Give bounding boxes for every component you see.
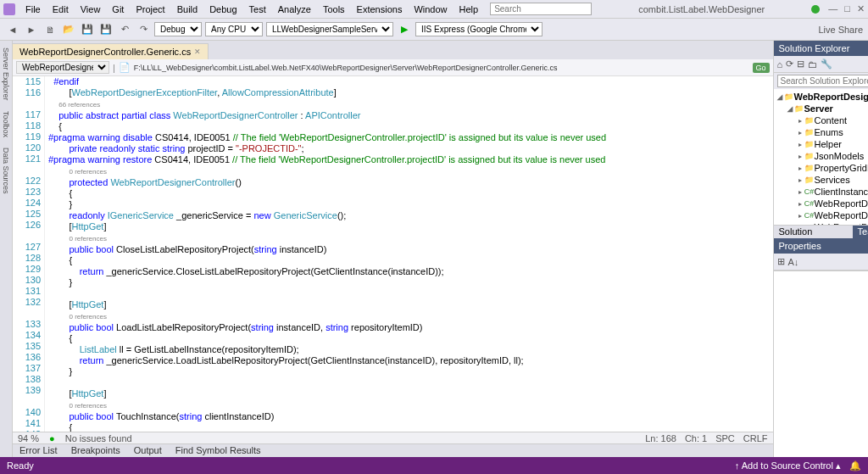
window-title: combit.ListLabel.WebDesigner [592,4,811,14]
tab-close-icon[interactable]: ✕ [194,47,201,56]
code-content[interactable]: #endif [WebReportDesignerExceptionFilter… [45,76,773,432]
save-all-icon[interactable]: 💾 [98,22,114,37]
issues-label: No issues found [65,433,132,443]
open-icon[interactable]: 📂 [61,22,76,37]
properties-grid[interactable] [774,270,868,457]
menubar: FileEditViewGitProjectBuildDebugTestAnal… [20,3,483,16]
run-target-dropdown[interactable]: IIS Express (Google Chrome) [415,22,542,36]
solution-search-input[interactable] [777,75,868,87]
solution-search [774,73,868,89]
tree-item[interactable]: ▸📁Services [774,174,868,186]
breadcrumb: WebReportDesignerController.G | 📄 F:\LL\… [13,59,773,76]
solution-tree[interactable]: ◢📁WebReportDesigner◢📁Server▸📁Content▸📁En… [774,89,868,225]
search-input[interactable] [490,3,592,15]
home-icon[interactable]: ⌂ [777,59,783,70]
path-icon: 📄 [119,62,131,73]
properties-icon[interactable]: 🔧 [821,59,832,70]
char-indicator: Ch: 1 [685,433,707,443]
vs-logo-icon [3,3,15,15]
startup-dropdown[interactable]: LLWebDesignerSampleServer [266,22,393,36]
line-gutter: 1151161171181191201211221231241251261271… [13,76,45,432]
menu-extensions[interactable]: Extensions [352,3,408,16]
menu-test[interactable]: Test [244,3,271,16]
show-all-icon[interactable]: 🗀 [808,59,817,70]
left-tool-tabs: Server ExplorerToolboxData Sources [0,41,13,457]
explorer-tab[interactable]: Solution Explorer [774,226,853,238]
nav-fwd-icon[interactable]: ► [24,22,39,37]
menu-analyze[interactable]: Analyze [273,3,316,16]
left-tab[interactable]: Toolbox [0,108,12,141]
output-tabs: Error ListBreakpointsOutputFind Symbol R… [13,443,773,457]
run-icon[interactable]: ▶ [397,22,412,37]
tree-item[interactable]: ▸C#WebReportDesignerClientManager.cs [774,198,868,209]
menu-view[interactable]: View [75,3,106,16]
go-button[interactable]: Go [753,63,770,73]
left-tab[interactable]: Server Explorer [0,44,12,104]
document-tabs: WebReportDesignerController.Generic.cs ✕ [13,41,773,59]
main-toolbar: ◄ ► 🗎 📂 💾 💾 ↶ ↷ Debug Any CPU LLWebDesig… [0,19,868,41]
solution-toolbar: ⌂ ⟳ ⊟ 🗀 🔧 [774,56,868,73]
file-path: F:\LL\LL_WebDesigner\combit.ListLabel.We… [134,64,749,72]
tree-item[interactable]: ◢📁WebReportDesigner [774,91,868,103]
undo-icon[interactable]: ↶ [117,22,132,37]
tree-item[interactable]: ▸📁Content [774,114,868,126]
add-source-control[interactable]: ↑ Add to Source Control ▴ [735,460,841,471]
output-tab[interactable]: Breakpoints [64,444,127,457]
right-panel: Solution Explorer 📌✕ ⌂ ⟳ ⊟ 🗀 🔧 ◢📁WebRepo… [773,41,868,457]
menu-window[interactable]: Window [409,3,452,16]
refresh-icon[interactable]: ⟳ [786,59,793,70]
config-dropdown[interactable]: Debug [154,22,202,36]
output-tab[interactable]: Find Symbol Results [169,444,268,457]
menu-help[interactable]: Help [454,3,484,16]
left-tab[interactable]: Data Sources [0,144,12,198]
tree-item[interactable]: ▸📁PropertyGridDefinitionGenerators [774,162,868,174]
notifications-icon[interactable]: 🔔 [849,460,861,471]
tree-item[interactable]: ▸C#ClientInstanceFileRepository.cs [774,186,868,198]
solution-explorer-header: Solution Explorer 📌✕ [774,41,868,56]
editor-area: WebReportDesignerController.Generic.cs ✕… [13,41,773,457]
document-tab[interactable]: WebReportDesignerController.Generic.cs ✕ [13,43,209,59]
nav-back-icon[interactable]: ◄ [5,22,20,37]
maximize-icon[interactable]: □ [844,3,850,14]
indent-indicator: SPC [715,433,735,443]
menu-project[interactable]: Project [131,3,170,16]
live-share-label[interactable]: Live Share [818,25,863,35]
menu-edit[interactable]: Edit [47,3,74,16]
redo-icon[interactable]: ↷ [136,22,151,37]
tree-item[interactable]: ▸📁JsonModels [774,150,868,162]
line-indicator: Ln: 168 [645,433,676,443]
editor-statusbar: 94 % ● No issues found Ln: 168 Ch: 1 SPC… [13,432,773,443]
menu-debug[interactable]: Debug [204,3,242,16]
window-controls: — □ ✕ [828,3,865,14]
panel-title: Properties [779,241,821,251]
properties-toolbar: ⊞ A↓ [774,254,868,270]
categorize-icon[interactable]: ⊞ [777,256,785,267]
alpha-icon[interactable]: A↓ [788,257,799,267]
type-dropdown[interactable]: WebReportDesignerController.G [16,61,109,74]
titlebar: FileEditViewGitProjectBuildDebugTestAnal… [0,0,868,19]
scroll-percent: 94 % [18,433,39,443]
statusbar: Ready ↑ Add to Source Control ▴ 🔔 [0,457,868,474]
tree-item[interactable]: ▸📁Enums [774,126,868,138]
menu-build[interactable]: Build [172,3,203,16]
code-editor[interactable]: 1151161171181191201211221231241251261271… [13,76,773,432]
properties-header: Properties 📌✕ [774,238,868,254]
menu-git[interactable]: Git [107,3,129,16]
close-icon[interactable]: ✕ [857,3,865,14]
tree-item[interactable]: ▸📁Helper [774,138,868,150]
panel-title: Solution Explorer [779,43,850,53]
save-icon[interactable]: 💾 [80,22,95,37]
menu-tools[interactable]: Tools [318,3,350,16]
tree-item[interactable]: ◢📁Server [774,103,868,114]
output-tab[interactable]: Output [127,444,169,457]
collapse-icon[interactable]: ⊟ [797,59,804,70]
output-tab[interactable]: Error List [13,444,64,457]
tree-item[interactable]: ▸C#WebReportDesignerConfig.cs [774,209,868,221]
user-badge-icon[interactable] [811,5,820,14]
new-file-icon[interactable]: 🗎 [42,22,58,37]
explorer-tab[interactable]: Team Explorer [853,226,868,238]
platform-dropdown[interactable]: Any CPU [205,22,263,36]
minimize-icon[interactable]: — [828,3,837,14]
menu-file[interactable]: File [20,3,46,16]
eol-indicator: CRLF [743,433,768,443]
